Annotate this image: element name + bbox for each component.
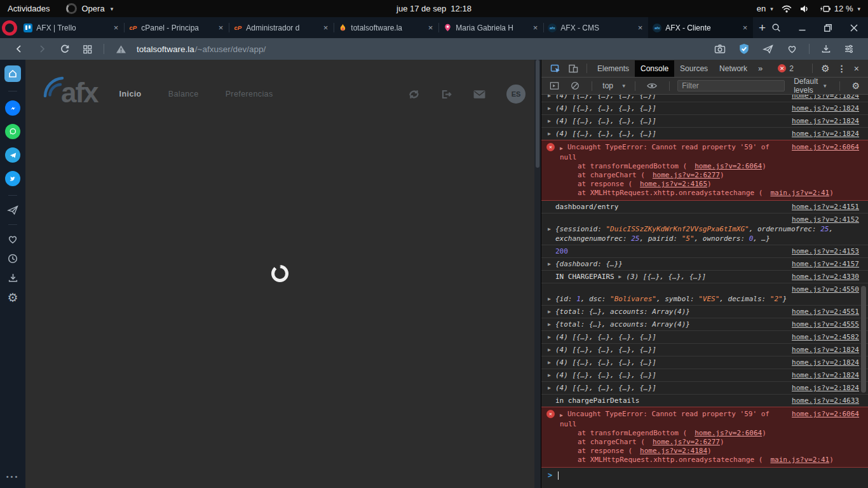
- source-link[interactable]: home.js?v=2:6064: [792, 409, 859, 419]
- reload-button[interactable]: [55, 44, 75, 54]
- source-link[interactable]: home.js?v=2:4184: [640, 447, 707, 455]
- system-clock[interactable]: jue 17 de sep 12:18: [397, 4, 471, 13]
- source-link[interactable]: home.js?v=2:1824: [792, 370, 859, 380]
- tab-close-button[interactable]: ×: [637, 23, 644, 32]
- expand-caret-icon[interactable]: ▶: [548, 332, 555, 342]
- source-link[interactable]: home.js?v=2:6064: [695, 429, 762, 437]
- nav-link-balance[interactable]: Balance: [168, 90, 199, 98]
- sidebar-settings-icon[interactable]: ⚙: [7, 292, 18, 304]
- devtools-kebab-menu-icon[interactable]: ⋮: [834, 64, 850, 74]
- snapshot-camera-button[interactable]: [709, 44, 731, 54]
- search-icon[interactable]: [771, 23, 781, 32]
- console-filter-input[interactable]: [677, 80, 785, 92]
- device-toolbar-icon[interactable]: [564, 64, 582, 74]
- js-context-dropdown[interactable]: top ▼: [602, 81, 626, 90]
- my-flow-send-button[interactable]: [757, 44, 779, 54]
- console-sidebar-toggle-icon[interactable]: [546, 81, 563, 90]
- browser-tab[interactable]: cPAdministrador d×: [229, 17, 334, 38]
- sidebar-twitter-icon[interactable]: [5, 171, 20, 186]
- bookmark-heart-button[interactable]: [782, 44, 803, 54]
- nav-link-inicio[interactable]: Inicio: [119, 90, 142, 98]
- devtools-tab-elements[interactable]: Elements: [592, 60, 635, 77]
- new-tab-button[interactable]: +: [753, 17, 771, 38]
- browser-tab[interactable]: afxAFX - CMS×: [543, 17, 648, 38]
- window-restore-button[interactable]: [824, 24, 832, 32]
- logout-icon[interactable]: [441, 89, 452, 100]
- page-scrollbar-thumb[interactable]: [536, 60, 539, 168]
- page-scrollbar[interactable]: [534, 60, 541, 488]
- source-link[interactable]: home.js?v=2:6064: [695, 162, 762, 170]
- window-minimize-button[interactable]: [798, 24, 806, 32]
- mail-icon[interactable]: [473, 90, 485, 99]
- source-link[interactable]: main.js?v=2:41: [770, 456, 829, 464]
- expand-caret-icon[interactable]: ▶: [548, 370, 555, 380]
- vpn-shield-badge[interactable]: [733, 43, 755, 55]
- tab-close-button[interactable]: ×: [322, 23, 330, 32]
- sidebar-speed-dial-icon[interactable]: [4, 65, 21, 82]
- expand-caret-icon[interactable]: ▶: [548, 358, 555, 367]
- sidebar-setup-button[interactable]: [839, 44, 859, 54]
- nav-link-preferencias[interactable]: Preferencias: [226, 90, 273, 98]
- error-count-badge[interactable]: ✕ 2: [778, 64, 794, 73]
- keyboard-layout-menu[interactable]: en ▾: [757, 4, 773, 13]
- source-link[interactable]: home.js?v=2:4165: [640, 180, 707, 188]
- expand-caret-icon[interactable]: ▶: [548, 320, 555, 329]
- tab-close-button[interactable]: ×: [742, 23, 749, 32]
- browser-tab[interactable]: afxAFX - Cliente×: [648, 17, 753, 38]
- source-link[interactable]: home.js?v=2:1824: [792, 95, 859, 100]
- expand-caret-icon[interactable]: ▶: [560, 409, 567, 420]
- wifi-icon[interactable]: [782, 4, 792, 13]
- speed-dial-button[interactable]: [78, 44, 97, 54]
- sidebar-bookmarks-icon[interactable]: [7, 234, 18, 245]
- battery-indicator[interactable]: 12 % ▾: [818, 4, 860, 13]
- sidebar-whatsapp-icon[interactable]: [5, 124, 20, 139]
- expand-caret-icon[interactable]: ▶: [548, 383, 555, 393]
- sidebar-ellipsis-icon[interactable]: •••: [6, 473, 20, 480]
- tab-close-button[interactable]: ×: [427, 23, 435, 32]
- source-link[interactable]: home.js?v=2:6277: [653, 171, 720, 179]
- sidebar-telegram-icon[interactable]: [5, 147, 20, 163]
- activities-button[interactable]: Actividades: [8, 4, 50, 13]
- volume-icon[interactable]: [800, 4, 810, 13]
- expand-caret-icon[interactable]: ▶: [548, 104, 555, 113]
- source-link[interactable]: home.js?v=2:1824: [792, 358, 859, 367]
- source-link[interactable]: home.js?v=2:4153: [792, 247, 859, 256]
- source-link[interactable]: home.js?v=2:6277: [653, 438, 720, 446]
- clear-console-icon[interactable]: [567, 81, 583, 90]
- more-tabs-icon[interactable]: »: [753, 64, 768, 73]
- site-security-warning-icon[interactable]: [111, 44, 132, 54]
- devtools-tab-console[interactable]: Console: [635, 60, 674, 77]
- source-link[interactable]: home.js?v=2:4582: [792, 332, 859, 342]
- log-levels-dropdown[interactable]: Default levels ▼: [794, 77, 827, 95]
- window-close-button[interactable]: [850, 24, 858, 32]
- source-link[interactable]: home.js?v=2:4633: [792, 396, 859, 405]
- source-link[interactable]: home.js?v=2:4555: [792, 320, 859, 329]
- address-bar[interactable]: totalsoftware.la/~afxuser/dev/app/: [137, 44, 266, 54]
- source-link[interactable]: home.js?v=2:1824: [792, 116, 859, 126]
- opera-logo-icon[interactable]: [0, 17, 19, 38]
- devtools-scrollbar-thumb[interactable]: [861, 286, 866, 393]
- devtools-settings-gear-icon[interactable]: ⚙: [817, 63, 833, 74]
- source-link[interactable]: home.js?v=2:4551: [792, 307, 859, 316]
- expand-caret-icon[interactable]: ▶: [548, 259, 555, 269]
- source-link[interactable]: home.js?v=2:1824: [792, 383, 859, 393]
- source-link[interactable]: main.js?v=2:41: [770, 189, 829, 197]
- expand-caret-icon[interactable]: ▶: [548, 116, 555, 126]
- source-link[interactable]: home.js?v=2:4152: [792, 215, 859, 224]
- source-link[interactable]: home.js?v=2:4330: [792, 272, 859, 281]
- expand-caret-icon[interactable]: ▶: [548, 95, 555, 100]
- source-link[interactable]: home.js?v=2:4151: [792, 202, 859, 212]
- tab-close-button[interactable]: ×: [532, 23, 539, 32]
- expand-caret-icon[interactable]: ▶: [548, 345, 555, 355]
- expand-caret-icon[interactable]: ▶: [548, 307, 555, 316]
- browser-tab[interactable]: Maria Gabriela H×: [438, 17, 543, 38]
- expand-caret-icon[interactable]: ▶: [548, 294, 555, 304]
- source-link[interactable]: home.js?v=2:4157: [792, 259, 859, 269]
- inspect-element-icon[interactable]: [546, 64, 564, 74]
- forward-button[interactable]: [32, 44, 52, 54]
- live-expression-eye-icon[interactable]: [643, 82, 661, 90]
- source-link[interactable]: home.js?v=2:1824: [792, 345, 859, 355]
- back-button[interactable]: [9, 44, 29, 54]
- expand-caret-icon[interactable]: ▶: [548, 129, 555, 139]
- devtools-tab-network[interactable]: Network: [714, 60, 753, 77]
